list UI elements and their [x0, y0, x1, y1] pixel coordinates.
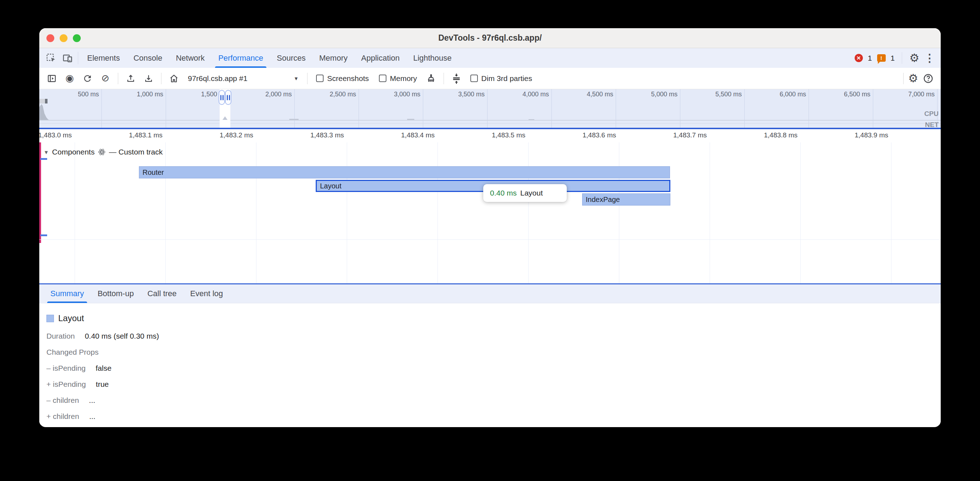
selection-right-handle[interactable]: [225, 90, 231, 105]
target-selector[interactable]: 97r6ql.csb.app #1 ▼: [184, 74, 302, 83]
react-atom-icon: [98, 148, 106, 156]
record-icon[interactable]: ◉: [62, 71, 77, 86]
tab-lighthouse[interactable]: Lighthouse: [406, 48, 458, 68]
screenshots-checkbox[interactable]: Screenshots: [312, 74, 372, 83]
settings-gear-icon[interactable]: ⚙: [909, 52, 919, 63]
summary-row-value: true: [96, 380, 108, 389]
details-tab-event-log[interactable]: Event log: [184, 284, 230, 303]
tabbar-divider: [78, 52, 78, 64]
summary-row-value: false: [96, 364, 111, 373]
ruler-tick-label: 1,483.8 ms: [764, 131, 800, 139]
tab-elements[interactable]: Elements: [80, 48, 127, 68]
gridline: [619, 142, 619, 283]
tab-performance[interactable]: Performance: [212, 48, 270, 68]
custom-track-marker-line: [39, 142, 41, 243]
flame-bar-indexpage[interactable]: IndexPage: [582, 194, 670, 206]
overview-selected-range-line: [39, 128, 941, 129]
devtools-window: DevTools - 97r6ql.csb.app/ ElementsConso…: [39, 28, 941, 427]
devtools-tabbar: ElementsConsoleNetworkPerformanceSources…: [39, 48, 941, 68]
capture-settings-gear-icon[interactable]: ⚙: [906, 71, 921, 86]
timeline-overview[interactable]: CPU NET 500 ms1,000 ms1,500 ms2,000 ms2,…: [39, 89, 941, 129]
tooltip-duration: 0.40 ms: [490, 189, 517, 197]
tab-memory[interactable]: Memory: [312, 48, 354, 68]
flame-bar-router[interactable]: Router: [139, 166, 670, 178]
overview-tick-label: 5,500 ms: [715, 90, 744, 98]
ruler-tick-label: 1,483.0 ms: [39, 131, 75, 139]
window-title: DevTools - 97r6ql.csb.app/: [438, 33, 542, 43]
handle-grip: [227, 95, 228, 100]
overview-tick-line: [616, 89, 616, 128]
save-profile-icon[interactable]: [141, 71, 156, 86]
summary-row-label: – isPending: [46, 364, 86, 373]
tab-sources[interactable]: Sources: [270, 48, 312, 68]
close-window-button[interactable]: [46, 34, 54, 42]
details-tab-summary[interactable]: Summary: [44, 284, 91, 303]
tab-network[interactable]: Network: [169, 48, 212, 68]
screenshots-label: Screenshots: [327, 74, 369, 83]
ruler-tick-label: 1,483.2 ms: [220, 131, 256, 139]
toolbar-divider: [161, 73, 161, 84]
details-tab-bottom-up[interactable]: Bottom-up: [91, 284, 141, 303]
overview-tick-line: [744, 89, 745, 128]
issue-count: 1: [891, 54, 895, 62]
dim-3rd-parties-checkbox[interactable]: Dim 3rd parties: [467, 74, 536, 83]
target-selector-value: 97r6ql.csb.app #1: [188, 74, 248, 83]
overview-net-separator: [39, 123, 941, 124]
handle-grip: [223, 95, 224, 100]
toolbar-divider: [903, 73, 904, 84]
chevron-down-icon: ▼: [294, 76, 299, 81]
flamechart[interactable]: ▼ Components — Custom track RouterLayout…: [39, 142, 941, 284]
checkbox-box: [379, 75, 387, 82]
load-profile-icon[interactable]: [123, 71, 138, 86]
tab-console[interactable]: Console: [127, 48, 169, 68]
clear-icon[interactable]: ⊘: [98, 71, 113, 86]
selection-left-handle[interactable]: [219, 90, 225, 105]
dim-3rd-parties-label: Dim 3rd parties: [481, 74, 532, 83]
device-toolbar-icon[interactable]: [59, 48, 76, 68]
handle-grip: [229, 95, 230, 100]
track-suffix: — Custom track: [109, 148, 163, 156]
more-options-icon[interactable]: ⋮: [924, 53, 935, 63]
overview-tick-label: 5,000 ms: [651, 90, 680, 98]
summary-title-row: Layout: [46, 313, 941, 323]
home-icon[interactable]: [166, 71, 181, 86]
shortcuts-dialog-icon[interactable]: [449, 71, 464, 86]
ruler-tick-label: 1,483.5 ms: [492, 131, 528, 139]
summary-row-label: + children: [46, 412, 79, 421]
ruler-tick-label: 1,483.4 ms: [401, 131, 438, 139]
toolbar-right: ⚙: [901, 71, 936, 86]
error-badge-icon[interactable]: ✕: [854, 54, 863, 62]
cpu-lane-label: CPU: [924, 110, 939, 118]
gridline: [256, 142, 256, 283]
summary-row-ispending: + isPendingtrue: [46, 380, 941, 389]
overview-tick-label: 3,500 ms: [458, 90, 487, 98]
overview-tick-line: [487, 89, 487, 128]
toolbar-divider: [118, 73, 118, 84]
overview-tick-label: 4,000 ms: [522, 90, 551, 98]
overview-tick-label: 6,000 ms: [780, 90, 808, 98]
ruler-tick-label: 1,483.1 ms: [129, 131, 165, 139]
toggle-sidebar-icon[interactable]: [44, 71, 59, 86]
minimize-window-button[interactable]: [60, 34, 67, 42]
collect-garbage-icon[interactable]: [423, 71, 439, 86]
overview-tick-label: 6,500 ms: [844, 90, 873, 98]
memory-checkbox[interactable]: Memory: [375, 74, 421, 83]
zoom-window-button[interactable]: [73, 34, 81, 42]
help-icon[interactable]: [921, 71, 936, 86]
issues-badge-icon[interactable]: !: [877, 54, 886, 62]
error-count: 1: [868, 54, 872, 62]
scroll-marker: [40, 158, 47, 160]
inspect-element-icon[interactable]: [43, 48, 59, 68]
details-tabbar: SummaryBottom-upCall treeEvent log: [39, 284, 941, 303]
scroll-marker: [40, 235, 47, 236]
details-tab-call-tree[interactable]: Call tree: [141, 284, 184, 303]
summary-row-value: 0.40 ms (self 0.30 ms): [84, 332, 159, 340]
overview-cpu-activity: [289, 119, 299, 120]
collapse-triangle-icon[interactable]: ▼: [44, 149, 49, 155]
tab-application[interactable]: Application: [354, 48, 406, 68]
performance-toolbar: ◉ ⊘ 97r6ql.csb.a: [39, 68, 941, 89]
components-track-header[interactable]: ▼ Components — Custom track: [44, 148, 162, 156]
tooltip-name: Layout: [520, 189, 543, 197]
checkbox-box: [470, 75, 478, 82]
record-and-reload-icon[interactable]: [80, 71, 95, 86]
